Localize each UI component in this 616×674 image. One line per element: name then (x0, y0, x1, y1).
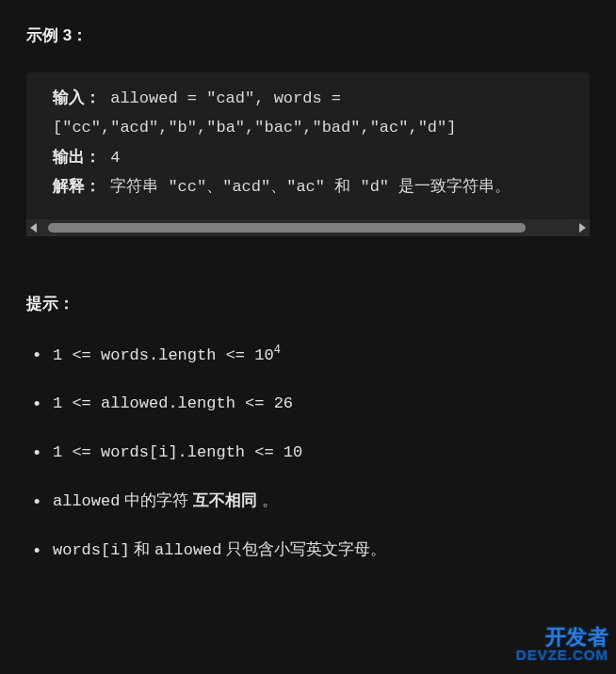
constraint-post: 只包含小写英文字母。 (222, 540, 387, 558)
list-item: 1 <= allowed.length <= 26 (30, 390, 590, 418)
list-item: allowed 中的字符 互不相同 。 (30, 488, 590, 516)
constraint-code2: allowed (154, 541, 221, 559)
watermark-bottom: DEVZE.COM (516, 648, 608, 663)
constraint-text: 1 <= words.length <= 10 (53, 345, 274, 363)
list-item: 1 <= words.length <= 104 (30, 341, 590, 370)
constraint-bold: 互不相同 (193, 491, 257, 509)
example-code: 输入： allowed = "cad", words = ["cc","acd"… (26, 72, 590, 219)
input-label: 输入： (53, 89, 101, 107)
scroll-track[interactable] (42, 223, 574, 233)
output-value: 4 (110, 149, 120, 167)
constraint-code: allowed (53, 492, 120, 510)
scroll-left-arrow-icon[interactable] (30, 223, 37, 233)
explain-value: 字符串 "cc"、"acd"、"ac" 和 "d" 是一致字符串。 (110, 178, 511, 196)
constraint-code: words[i] (53, 541, 130, 559)
hints-heading: 提示： (26, 291, 590, 318)
watermark-top: 开发者 (516, 626, 608, 648)
output-label: 输出： (53, 149, 101, 167)
scroll-thumb[interactable] (48, 223, 527, 233)
constraint-text: 1 <= words[i].length <= 10 (53, 443, 302, 461)
watermark: 开发者 DEVZE.COM (516, 626, 608, 663)
constraint-mid: 中的字符 (120, 491, 192, 509)
constraint-mid: 和 (130, 540, 154, 558)
list-item: 1 <= words[i].length <= 10 (30, 439, 590, 467)
horizontal-scrollbar[interactable] (26, 219, 590, 236)
example-block: 输入： allowed = "cad", words = ["cc","acd"… (26, 72, 590, 236)
constraint-text: 1 <= allowed.length <= 26 (53, 394, 293, 412)
input-value: allowed = "cad", words = ["cc","acd","b"… (53, 89, 456, 136)
explain-label: 解释： (53, 178, 101, 196)
constraint-sup: 4 (274, 344, 281, 357)
list-item: words[i] 和 allowed 只包含小写英文字母。 (30, 537, 590, 565)
hints-list: 1 <= words.length <= 104 1 <= allowed.le… (26, 341, 590, 565)
scroll-right-arrow-icon[interactable] (579, 223, 586, 233)
constraint-post: 。 (257, 491, 278, 509)
example-heading: 示例 3： (26, 23, 590, 50)
